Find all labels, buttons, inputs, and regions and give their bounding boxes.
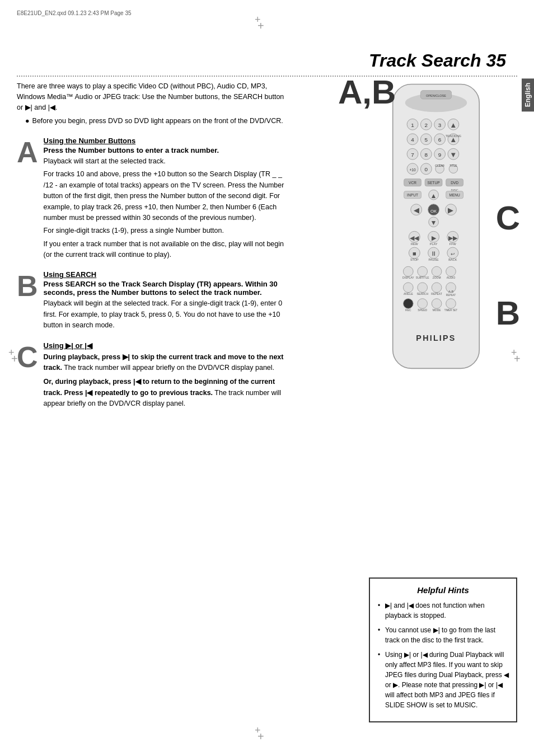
svg-text:PAUSE: PAUSE xyxy=(428,258,439,261)
section-a-content: Using the Number Buttons Press the Numbe… xyxy=(44,137,291,260)
section-a: A Using the Number Buttons Press the Num… xyxy=(17,137,291,260)
svg-text:REC: REC xyxy=(405,309,411,312)
svg-text:2: 2 xyxy=(425,122,428,128)
svg-point-97 xyxy=(432,299,442,309)
svg-text:TIMER SET: TIMER SET xyxy=(444,309,458,312)
svg-text:▲: ▲ xyxy=(449,121,457,129)
svg-text:▼: ▼ xyxy=(449,151,457,159)
svg-text:+10: +10 xyxy=(409,168,416,172)
crosshair-bottom: + xyxy=(257,730,266,739)
svg-point-76 xyxy=(403,266,413,276)
svg-text:ANGLE: ANGLE xyxy=(404,293,413,295)
svg-text:MENU: MENU xyxy=(449,193,460,197)
svg-point-82 xyxy=(446,266,456,276)
svg-text:▶▶: ▶▶ xyxy=(448,234,458,241)
svg-text:A-B: A-B xyxy=(448,290,454,293)
svg-text:AUDIO: AUDIO xyxy=(447,276,456,279)
svg-text:CLEAR: CLEAR xyxy=(435,165,444,167)
page-title: Track Search 35 xyxy=(369,50,506,71)
svg-text:PHILIPS: PHILIPS xyxy=(416,334,456,342)
svg-point-88 xyxy=(432,283,442,293)
hint-item-1: ▶| and |◀ does not function when playbac… xyxy=(377,600,509,621)
svg-text:▼: ▼ xyxy=(430,219,437,227)
svg-text:⏸: ⏸ xyxy=(430,250,437,257)
svg-text:VCR: VCR xyxy=(409,181,416,185)
svg-point-78 xyxy=(418,266,428,276)
svg-text:REW: REW xyxy=(411,242,419,246)
svg-text:FFW: FFW xyxy=(449,242,457,246)
hint-item-3: Using ▶| or |◀ during Dual Playback will… xyxy=(377,650,509,710)
bullet-text: Before you begin, press DVD so DVD light… xyxy=(25,116,299,126)
overlay-label-c: C xyxy=(496,199,520,237)
svg-text:SUBTITLE: SUBTITLE xyxy=(416,276,429,279)
svg-text:INPUT: INPUT xyxy=(407,193,418,197)
svg-text:SEARCH: SEARCH xyxy=(416,293,428,295)
svg-text:MODE: MODE xyxy=(433,309,442,312)
svg-text:ZOOM: ZOOM xyxy=(433,276,441,279)
dotted-separator xyxy=(17,76,517,77)
svg-text:3: 3 xyxy=(438,122,442,128)
svg-text:▲: ▲ xyxy=(430,192,437,200)
page-container: E8E21UD_EN2.qxd 09.1.23 2:43 PM Page 35 … xyxy=(0,0,534,756)
section-c-content: Using ▶| or |◀ During playback, press ▶|… xyxy=(44,341,291,410)
overlay-label-ab: A,B xyxy=(338,73,396,111)
svg-point-99 xyxy=(446,299,456,309)
svg-text:TITLE: TITLE xyxy=(449,165,457,167)
crosshair-left: + xyxy=(11,353,20,361)
svg-text:DISPLAY: DISPLAY xyxy=(402,276,414,279)
section-a-text2: For tracks 10 and above, press the +10 b… xyxy=(44,169,291,223)
section-a-heading: Using the Number Buttons xyxy=(44,137,291,145)
overlay-label-b: B xyxy=(496,294,520,332)
intro-text: There are three ways to play a specific … xyxy=(17,81,291,112)
section-c-para2: Or, during playback, press |◀ to return … xyxy=(44,377,291,409)
svg-text:■: ■ xyxy=(413,250,416,257)
section-a-text3: For single-digit tracks (1-9), press a s… xyxy=(44,226,291,236)
svg-point-80 xyxy=(432,266,442,276)
section-c-para1-normal: The track number will appear briefly on … xyxy=(62,364,274,372)
svg-text:OK: OK xyxy=(430,209,437,214)
section-a-text4: If you enter a track number that is not … xyxy=(44,239,291,261)
svg-point-93 xyxy=(403,299,413,309)
svg-point-84 xyxy=(403,283,413,293)
svg-text:8: 8 xyxy=(425,152,428,158)
right-column: A,B OPEN/CLOSE 1 2 3 ▲ xyxy=(360,81,517,379)
svg-text:▶: ▶ xyxy=(448,206,454,214)
svg-text:OPEN/CLOSE: OPEN/CLOSE xyxy=(426,94,446,97)
svg-text:TRACKING: TRACKING xyxy=(446,134,461,138)
svg-text:DVD: DVD xyxy=(451,181,458,185)
svg-text:PLAY: PLAY xyxy=(430,242,438,246)
section-b-content: Using SEARCH Press SEARCH so the Track S… xyxy=(44,270,291,331)
svg-text:◀◀: ◀◀ xyxy=(410,234,419,241)
svg-text:▶: ▶ xyxy=(432,234,437,241)
svg-text:7: 7 xyxy=(411,152,414,158)
section-a-letter: A xyxy=(17,138,38,167)
section-b-text1: Playback will begin at the selected trac… xyxy=(44,298,291,331)
hints-title: Helpful Hints xyxy=(377,585,509,595)
svg-text:6: 6 xyxy=(438,137,442,143)
svg-text:STOP: STOP xyxy=(410,258,419,261)
english-tab: English xyxy=(522,78,534,111)
hint-item-2: You cannot use ▶| to go from the last tr… xyxy=(377,625,509,645)
svg-text:SPEED: SPEED xyxy=(418,309,427,312)
svg-text:REPEAT: REPEAT xyxy=(431,293,442,295)
svg-text:◀: ◀ xyxy=(414,206,419,214)
svg-text:BACK: BACK xyxy=(448,258,457,261)
section-a-subheading: Press the Number buttons to enter a trac… xyxy=(44,146,291,154)
svg-text:1: 1 xyxy=(411,122,414,128)
svg-point-95 xyxy=(418,299,428,309)
section-c-heading: Using ▶| or |◀ xyxy=(44,341,291,350)
svg-text:4: 4 xyxy=(411,137,414,143)
remote-illustration: OPEN/CLOSE 1 2 3 ▲ 4 5 6 ▲ TRACKING xyxy=(372,81,500,378)
svg-text:9: 9 xyxy=(438,152,442,158)
svg-text:SETUP: SETUP xyxy=(428,181,441,185)
section-b-subheading: Press SEARCH so the Track Search Display… xyxy=(44,280,291,297)
crosshair-right: + xyxy=(514,353,523,361)
file-header: E8E21UD_EN2.qxd 09.1.23 2:43 PM Page 35 xyxy=(17,10,132,16)
svg-text:REPEAT: REPEAT xyxy=(446,294,456,297)
section-b-letter: B xyxy=(17,271,38,300)
hints-list: ▶| and |◀ does not function when playbac… xyxy=(377,600,509,710)
svg-text:0: 0 xyxy=(425,166,428,172)
crosshair-top: + xyxy=(257,20,266,29)
section-a-text1: Playback will start at the selected trac… xyxy=(44,156,291,167)
section-b: B Using SEARCH Press SEARCH so the Track… xyxy=(17,270,291,331)
